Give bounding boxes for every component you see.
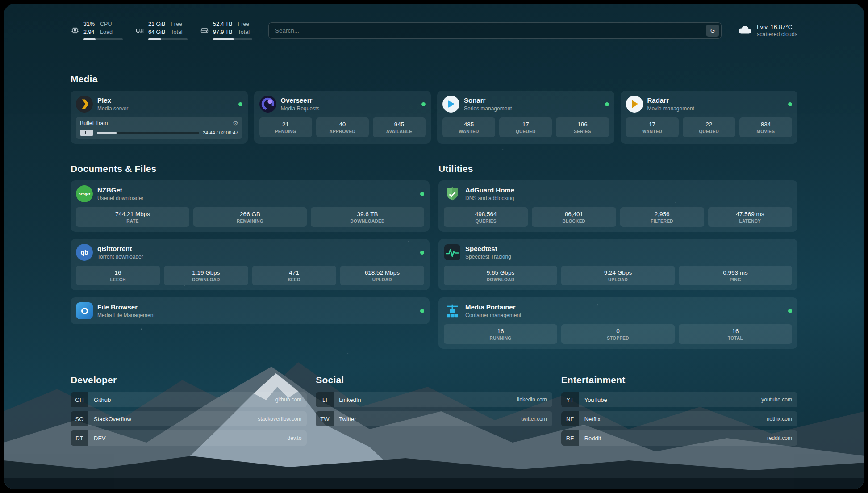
- service-name: Overseerr: [281, 96, 320, 104]
- section-title-documents: Documents & Files: [71, 163, 430, 174]
- bookmark-linkedin[interactable]: LI LinkedIn linkedin.com: [316, 392, 552, 407]
- cloud-icon: [738, 25, 752, 37]
- service-name: qBittorrent: [97, 245, 143, 252]
- media-card-grid: Plex Media server Bullet Train ⚙: [71, 91, 797, 144]
- service-subtitle: Torrent downloader: [97, 254, 143, 260]
- search-bar: G: [268, 22, 722, 39]
- stat-downloaded: 39.6 TB DOWNLOADED: [311, 207, 424, 227]
- cpu-progress-bar: [83, 38, 123, 40]
- bookmark-name: Github: [94, 397, 111, 403]
- bookmark-group-social: Social LI LinkedIn linkedin.com TW Twitt…: [316, 368, 552, 450]
- bookmark-dev[interactable]: DT DEV dev.to: [71, 430, 307, 446]
- stat-download: 1.19 Gbps DOWNLOAD: [164, 266, 248, 285]
- service-subtitle: Speedtest Tracking: [465, 254, 511, 260]
- weather-condition: scattered clouds: [757, 31, 797, 38]
- pause-icon[interactable]: [80, 130, 93, 136]
- disk-widget: 52.4 TB 97.9 TB Free Total: [200, 21, 252, 40]
- stat-available: 945 AVAILABLE: [373, 117, 426, 137]
- stat-queued: 22 QUEUED: [683, 117, 735, 137]
- documents-column: Documents & Files nzbget NZBGet Usenet d…: [71, 144, 430, 324]
- stat-movies: 834 MOVIES: [739, 117, 792, 137]
- service-card-sonarr[interactable]: Sonarr Series management 485 WANTED 17 Q…: [437, 91, 614, 144]
- stat-filtered: 2,956 FILTERED: [620, 207, 704, 227]
- bookmark-url: linkedin.com: [517, 397, 547, 403]
- service-card-qbittorrent[interactable]: qb qBittorrent Torrent downloader 16: [71, 239, 430, 290]
- stat-rate: 744.21 Mbps RATE: [76, 207, 189, 227]
- stat-remaining: 266 GB REMAINING: [193, 207, 307, 227]
- bookmark-name: Twitter: [339, 416, 356, 422]
- cpu-label-bottom: Load: [100, 29, 113, 37]
- memory-widget: 21 GiB 64 GiB Free Total: [135, 21, 188, 40]
- cpu-percent: 31%: [83, 21, 95, 29]
- utilities-column: Utilities AdGuard Home DNS and adblockin…: [438, 144, 797, 349]
- service-subtitle: DNS and adblocking: [465, 195, 514, 201]
- cpu-load: 2.94: [83, 29, 95, 37]
- stat-download: 9.65 Gbps DOWNLOAD: [444, 266, 557, 285]
- bookmark-group-entertainment: Entertainment YT YouTube youtube.com NF …: [561, 368, 797, 450]
- bookmark-netflix[interactable]: NF Netflix netflix.com: [561, 411, 797, 426]
- bookmark-twitter[interactable]: TW Twitter twitter.com: [316, 411, 552, 426]
- bookmark-name: DEV: [94, 435, 106, 442]
- status-dot: [420, 251, 424, 255]
- service-card-portainer[interactable]: Media Portainer Container management 16 …: [438, 297, 797, 349]
- section-title-media: Media: [71, 74, 797, 84]
- stat-running: 16 RUNNING: [444, 324, 557, 344]
- stat-upload: 618.52 Mbps UPLOAD: [340, 266, 424, 285]
- app-window: 31% 2.94 CPU Load: [4, 4, 864, 489]
- bookmark-url: netflix.com: [767, 416, 792, 422]
- service-card-adguard[interactable]: AdGuard Home DNS and adblocking 498,564 …: [438, 180, 797, 232]
- service-name: Radarr: [647, 96, 694, 104]
- memory-label-top: Free: [171, 21, 182, 29]
- bookmark-url: twitter.com: [521, 416, 547, 422]
- filebrowser-icon: [76, 302, 93, 319]
- stat-queries: 498,564 QUERIES: [444, 207, 528, 227]
- bookmark-abbr: LI: [316, 392, 334, 407]
- service-subtitle: Movie management: [647, 105, 694, 112]
- portainer-icon: [444, 302, 461, 319]
- disk-total: 97.9 TB: [213, 29, 233, 37]
- playback-progress-bar[interactable]: [97, 132, 199, 134]
- disk-label-bottom: Total: [238, 29, 250, 37]
- playback-time: 24:44 / 02:06:47: [203, 130, 238, 135]
- bookmark-group-title: Entertainment: [561, 375, 797, 385]
- stat-wanted: 485 WANTED: [442, 117, 495, 137]
- service-card-overseerr[interactable]: Overseerr Media Requests 21 PENDING 40 A…: [254, 91, 431, 144]
- bookmark-abbr: SO: [71, 411, 88, 426]
- service-card-nzbget[interactable]: nzbget NZBGet Usenet downloader 744.21 M…: [71, 180, 430, 232]
- bookmark-github[interactable]: GH Github github.com: [71, 392, 307, 407]
- bookmark-url: reddit.com: [767, 435, 792, 441]
- bookmark-name: LinkedIn: [339, 397, 361, 403]
- bookmark-abbr: YT: [561, 392, 579, 407]
- bookmark-youtube[interactable]: YT YouTube youtube.com: [561, 392, 797, 407]
- service-card-filebrowser[interactable]: File Browser Media File Management: [71, 297, 430, 324]
- service-subtitle: Container management: [465, 312, 521, 318]
- stat-seed: 471 SEED: [252, 266, 336, 285]
- stat-series: 196 SERIES: [556, 117, 609, 137]
- status-dot: [788, 309, 792, 313]
- bookmark-abbr: NF: [561, 411, 579, 426]
- service-card-plex[interactable]: Plex Media server Bullet Train ⚙: [71, 91, 248, 144]
- sonarr-icon: [442, 96, 459, 113]
- service-card-speedtest[interactable]: Speedtest Speedtest Tracking 9.65 Gbps D…: [438, 239, 797, 290]
- service-name: Sonarr: [464, 96, 512, 104]
- status-dot: [788, 102, 792, 106]
- cpu-label-top: CPU: [100, 21, 113, 29]
- search-input[interactable]: [268, 22, 722, 39]
- cpu-icon: [71, 26, 79, 35]
- bookmark-reddit[interactable]: RE Reddit reddit.com: [561, 430, 797, 446]
- bookmark-stackoverflow[interactable]: SO StackOverflow stackoverflow.com: [71, 411, 307, 426]
- disk-icon: [200, 26, 209, 35]
- search-provider-button[interactable]: G: [706, 25, 719, 37]
- service-name: File Browser: [97, 303, 155, 311]
- stat-blocked: 86,401 BLOCKED: [532, 207, 616, 227]
- stat-total: 16 TOTAL: [679, 324, 792, 344]
- nzbget-icon: nzbget: [76, 185, 93, 202]
- service-name: AdGuard Home: [465, 186, 514, 194]
- weather-location: Lviv, 16.87°C: [757, 24, 797, 30]
- stat-approved: 40 APPROVED: [316, 117, 369, 137]
- memory-icon: [135, 26, 144, 35]
- settings-icon[interactable]: ⚙: [233, 120, 238, 126]
- bookmark-name: StackOverflow: [94, 416, 131, 422]
- adguard-icon: [444, 185, 461, 202]
- service-card-radarr[interactable]: Radarr Movie management 17 WANTED 22 QUE…: [621, 91, 798, 144]
